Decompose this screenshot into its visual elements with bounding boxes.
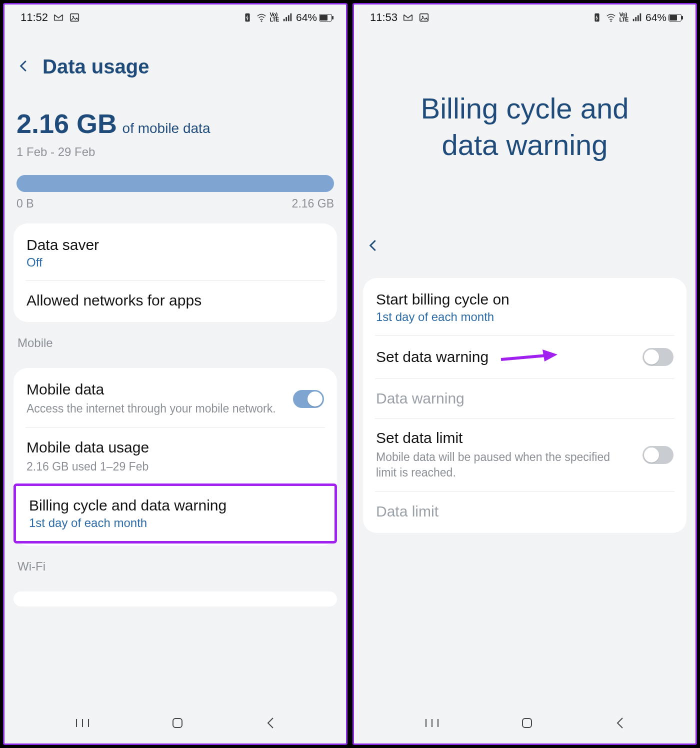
volte-icon: Vo)LTE xyxy=(620,12,628,22)
status-bar: 11:52 Vo)LTE 64% xyxy=(4,4,346,30)
svg-point-15 xyxy=(610,20,612,22)
row-set-data-warning[interactable]: Set data warning xyxy=(363,336,686,378)
back-button[interactable] xyxy=(16,58,32,76)
set-data-limit-toggle[interactable] xyxy=(642,446,674,464)
svg-rect-7 xyxy=(290,14,292,22)
mobile-data-toggle[interactable] xyxy=(293,390,324,408)
picture-icon xyxy=(418,12,430,23)
usage-amount: 2.16 GB xyxy=(16,108,117,138)
signal-icon xyxy=(632,12,642,23)
row-billing-cycle[interactable]: Billing cycle and data warning 1st day o… xyxy=(16,486,334,541)
row-data-limit: Data limit xyxy=(363,492,686,531)
svg-rect-4 xyxy=(284,19,285,22)
row-allowed-networks[interactable]: Allowed networks for apps xyxy=(14,281,337,320)
annotation-arrow xyxy=(498,348,558,368)
wifi-icon xyxy=(606,12,616,23)
svg-rect-18 xyxy=(638,15,639,21)
row-mobile-data-usage[interactable]: Mobile data usage 2.16 GB used 1–29 Feb xyxy=(14,428,337,486)
nav-recent[interactable] xyxy=(74,716,91,732)
nav-back[interactable] xyxy=(614,716,626,732)
app-header: Data usage xyxy=(14,30,337,92)
battery-indicator: 64% xyxy=(646,12,682,24)
card-billing-settings: Start billing cycle on 1st day of each m… xyxy=(363,278,686,533)
card-general: Data saver Off Allowed networks for apps xyxy=(14,224,337,322)
svg-rect-14 xyxy=(594,14,599,22)
row-start-billing-cycle[interactable]: Start billing cycle on 1st day of each m… xyxy=(363,280,686,335)
svg-marker-21 xyxy=(542,350,558,362)
gmail-icon xyxy=(402,12,414,23)
row-data-saver[interactable]: Data saver Off xyxy=(14,226,337,280)
nav-recent[interactable] xyxy=(424,716,440,732)
usage-bar-min: 0 B xyxy=(16,197,34,210)
volte-icon: Vo)LTE xyxy=(270,12,279,22)
svg-point-3 xyxy=(260,20,262,22)
svg-rect-11 xyxy=(173,718,182,728)
usage-summary: 2.16 GB of mobile data 1 Feb - 29 Feb 0 … xyxy=(14,92,337,210)
svg-line-20 xyxy=(501,356,546,360)
screenshot-right: 11:53 Vo)LTE 64% xyxy=(352,3,697,745)
picture-icon xyxy=(69,12,80,23)
svg-rect-19 xyxy=(640,14,641,22)
system-navbar xyxy=(4,708,346,744)
screenshot-left: 11:52 Vo)LTE 64% xyxy=(3,3,348,745)
status-bar: 11:53 Vo)LTE 64% xyxy=(354,4,696,30)
row-mobile-data[interactable]: Mobile data Access the internet through … xyxy=(14,370,337,428)
annotation-highlight: Billing cycle and data warning 1st day o… xyxy=(14,484,337,544)
usage-bar-max: 2.16 GB xyxy=(292,197,334,210)
row-set-data-limit[interactable]: Set data limit Mobile data will be pause… xyxy=(363,418,686,492)
nav-home[interactable] xyxy=(170,716,185,732)
set-data-warning-toggle[interactable] xyxy=(642,348,674,366)
battery-care-icon xyxy=(592,12,602,23)
battery-indicator: 64% xyxy=(296,12,332,24)
section-mobile-label: Mobile xyxy=(14,322,337,355)
usage-suffix: of mobile data xyxy=(122,120,210,136)
nav-home[interactable] xyxy=(520,716,534,732)
svg-rect-5 xyxy=(286,17,287,21)
svg-rect-16 xyxy=(633,19,634,22)
nav-back[interactable] xyxy=(264,716,276,732)
section-wifi-label: Wi-Fi xyxy=(14,546,337,578)
svg-rect-17 xyxy=(635,17,636,21)
svg-rect-6 xyxy=(288,15,290,21)
back-button[interactable] xyxy=(366,238,684,255)
row-data-warning: Data warning xyxy=(363,379,686,418)
card-wifi-partial xyxy=(14,592,337,606)
svg-rect-25 xyxy=(522,718,532,728)
signal-icon xyxy=(282,12,293,23)
svg-rect-2 xyxy=(245,14,250,22)
usage-period: 1 Feb - 29 Feb xyxy=(16,145,334,159)
status-time: 11:53 xyxy=(370,11,398,24)
page-title: Data usage xyxy=(42,56,149,78)
wifi-icon xyxy=(256,12,267,23)
gmail-icon xyxy=(53,12,64,23)
status-time: 11:52 xyxy=(20,11,48,24)
large-page-title: Billing cycle and data warning xyxy=(363,30,686,233)
system-navbar xyxy=(354,708,696,744)
usage-bar xyxy=(16,175,334,192)
battery-care-icon xyxy=(242,12,253,23)
card-mobile: Mobile data Access the internet through … xyxy=(14,368,337,546)
